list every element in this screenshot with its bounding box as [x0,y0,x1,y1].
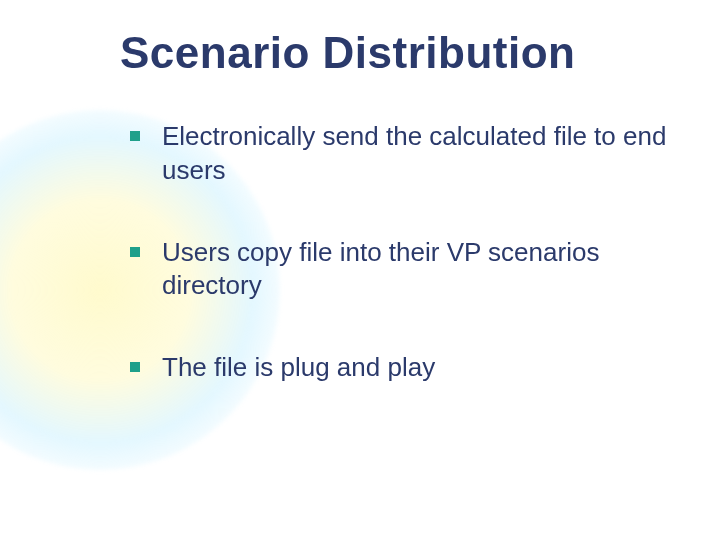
list-item: Electronically send the calculated file … [130,120,670,188]
slide-body: Electronically send the calculated file … [130,120,670,433]
list-item-text: The file is plug and play [162,351,435,385]
square-bullet-icon [130,362,140,372]
slide-title: Scenario Distribution [120,28,575,78]
list-item: Users copy file into their VP scenarios … [130,236,670,304]
list-item-text: Users copy file into their VP scenarios … [162,236,670,304]
square-bullet-icon [130,247,140,257]
list-item-text: Electronically send the calculated file … [162,120,670,188]
list-item: The file is plug and play [130,351,670,385]
square-bullet-icon [130,131,140,141]
slide: Scenario Distribution Electronically sen… [0,0,720,540]
